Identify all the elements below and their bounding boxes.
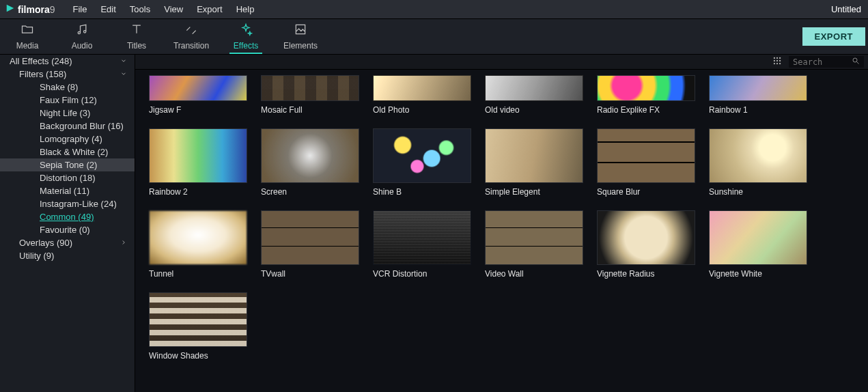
effect-thumbnail	[373, 128, 471, 183]
menu-help[interactable]: Help	[229, 4, 262, 14]
export-button[interactable]: EXPORT	[802, 27, 865, 46]
tab-audio[interactable]: Audio	[55, 19, 109, 54]
sidebar-item-label: Material (11)	[40, 186, 129, 196]
effect-item[interactable]: Window Shades	[149, 292, 247, 361]
menu-tools[interactable]: Tools	[123, 4, 157, 14]
app-logo: filmora9	[5, 3, 55, 15]
sidebar-item[interactable]: Lomography (4)	[0, 132, 135, 145]
sidebar-item-label: Night Life (3)	[40, 108, 129, 118]
tab-label: Audio	[72, 41, 93, 51]
effects-grid: Jigsaw FMosaic FullOld PhotoOld videoRad…	[135, 70, 868, 392]
sidebar-item[interactable]: Material (11)	[0, 184, 135, 197]
effect-label: Window Shades	[149, 351, 247, 361]
svg-point-2	[779, 57, 781, 59]
effect-item[interactable]: Screen	[261, 128, 359, 197]
menu-file[interactable]: File	[66, 4, 94, 14]
effect-item[interactable]: Sunshine	[709, 128, 807, 197]
sidebar-item[interactable]: Overlays (90)	[0, 236, 135, 249]
effect-label: TVwall	[261, 269, 359, 279]
sidebar-item-label: Common (49)	[40, 212, 129, 222]
text-icon	[130, 23, 143, 38]
effect-item[interactable]: VCR Distortion	[373, 210, 471, 279]
effect-item[interactable]: Vignette Radius	[597, 210, 695, 279]
effect-thumbnail	[597, 210, 695, 265]
effect-item[interactable]: Old video	[485, 75, 583, 115]
effect-item[interactable]: Shine B	[373, 128, 471, 197]
sidebar-item[interactable]: Black & White (2)	[0, 145, 135, 158]
sidebar-item[interactable]: Common (49)	[0, 210, 135, 223]
sidebar-item[interactable]: All Effects (248)	[0, 55, 135, 68]
sidebar-item-label: All Effects (248)	[10, 56, 118, 66]
sidebar-item[interactable]: Background Blur (16)	[0, 120, 135, 132]
effect-label: Tunnel	[149, 269, 247, 279]
content-area: Jigsaw FMosaic FullOld PhotoOld videoRad…	[135, 55, 868, 392]
tab-elements[interactable]: Elements	[273, 19, 328, 54]
tab-label: Titles	[127, 41, 146, 51]
search-input[interactable]	[793, 57, 848, 67]
chevron-right-icon	[118, 238, 129, 248]
menu-edit[interactable]: Edit	[94, 4, 122, 14]
svg-point-0	[774, 57, 775, 59]
sidebar-item[interactable]: Shake (8)	[0, 81, 135, 94]
effect-item[interactable]: Radio Explike FX	[597, 75, 695, 115]
sidebar-item[interactable]: Night Life (3)	[0, 107, 135, 120]
tab-label: Transition	[173, 41, 209, 51]
svg-point-7	[776, 63, 778, 64]
sidebar-item-label: Background Blur (16)	[40, 121, 129, 131]
logo-text: filmora	[18, 4, 50, 15]
effect-label: Screen	[261, 187, 359, 197]
effect-thumbnail	[597, 75, 695, 101]
sidebar-item[interactable]: Faux Film (12)	[0, 94, 135, 107]
svg-point-9	[853, 58, 857, 62]
sidebar-item[interactable]: Sepia Tone (2)	[0, 158, 135, 171]
sidebar-item-label: Utility (9)	[19, 251, 129, 261]
tab-media[interactable]: Media	[0, 19, 55, 54]
menu-view[interactable]: View	[157, 4, 190, 14]
tab-transition[interactable]: Transition	[164, 19, 219, 54]
effect-item[interactable]: Jigsaw F	[149, 75, 247, 115]
effect-thumbnail	[373, 210, 471, 265]
sidebar-item-label: Shake (8)	[40, 82, 129, 92]
sparkle-icon	[239, 23, 253, 38]
effect-thumbnail	[149, 210, 247, 265]
transition-icon	[184, 23, 198, 38]
music-note-icon	[75, 23, 89, 38]
effect-item[interactable]: Video Wall	[485, 210, 583, 279]
toolbar: Media Audio Titles Transition Effects El…	[0, 19, 868, 55]
sidebar-item[interactable]: Distortion (18)	[0, 171, 135, 184]
effect-item[interactable]: Vignette White	[709, 210, 807, 279]
tab-effects[interactable]: Effects	[219, 19, 273, 54]
effect-item[interactable]: Old Photo	[373, 75, 471, 115]
chevron-down-icon	[118, 56, 129, 66]
menubar: filmora9 FileEditToolsViewExportHelp Unt…	[0, 0, 868, 19]
effect-item[interactable]: Rainbow 2	[149, 128, 247, 197]
effect-item[interactable]: Square Blur	[597, 128, 695, 197]
search-box[interactable]	[789, 56, 864, 68]
svg-point-6	[774, 63, 775, 64]
effect-item[interactable]: Rainbow 1	[709, 75, 807, 115]
effect-thumbnail	[149, 292, 247, 347]
menu-export[interactable]: Export	[190, 4, 229, 14]
effect-item[interactable]: TVwall	[261, 210, 359, 279]
effect-thumbnail	[261, 210, 359, 265]
effect-item[interactable]: Mosaic Full	[261, 75, 359, 115]
grid-view-icon[interactable]	[772, 56, 782, 68]
effect-item[interactable]: Tunnel	[149, 210, 247, 279]
sidebar-item[interactable]: Filters (158)	[0, 68, 135, 81]
effect-thumbnail	[149, 75, 247, 101]
effect-label: VCR Distortion	[373, 269, 471, 279]
sidebar-item[interactable]: Favourite (0)	[0, 223, 135, 236]
tab-titles[interactable]: Titles	[109, 19, 164, 54]
effect-label: Jigsaw F	[149, 105, 247, 115]
sidebar-item[interactable]: Instagram-Like (24)	[0, 197, 135, 210]
sidebar-item[interactable]: Utility (9)	[0, 249, 135, 262]
sidebar-item-label: Faux Film (12)	[40, 95, 129, 105]
svg-point-5	[779, 60, 781, 61]
effect-thumbnail	[261, 128, 359, 183]
effect-item[interactable]: Simple Elegent	[485, 128, 583, 197]
project-title: Untitled	[831, 4, 863, 14]
sidebar-item-label: Overlays (90)	[19, 238, 118, 248]
chevron-down-icon	[118, 69, 129, 79]
effect-label: Vignette Radius	[597, 269, 695, 279]
effect-thumbnail	[261, 75, 359, 101]
